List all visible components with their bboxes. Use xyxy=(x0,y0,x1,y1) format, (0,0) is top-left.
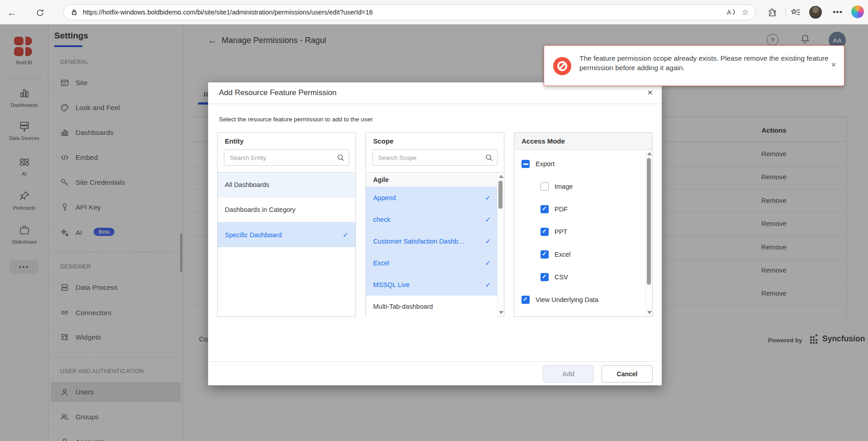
add-resource-feature-permission-dialog: Add Resource Feature Permission × Select… xyxy=(208,82,662,385)
toast-close-icon[interactable]: × xyxy=(831,60,836,70)
checked-checkbox[interactable] xyxy=(541,273,549,281)
scope-header-label: Scope xyxy=(373,137,394,145)
access-item-view-underlying-data[interactable]: View Underlying Data xyxy=(514,288,645,311)
check-icon: ✓ xyxy=(485,194,491,202)
scope-item-check[interactable]: check ✓ xyxy=(366,209,497,230)
extensions-puzzle-icon[interactable] xyxy=(766,6,778,19)
scope-item-mssql-live[interactable]: MSSQL Live ✓ xyxy=(366,274,497,296)
scope-item-multi-tab-dashboard[interactable]: Multi-Tab-dashboard xyxy=(366,296,497,317)
entity-header-label: Entity xyxy=(225,137,244,145)
search-icon xyxy=(337,153,345,162)
scope-panel: Scope Agile Append ✓ xyxy=(365,132,504,317)
entity-item-dashboards-in-category[interactable]: Dashboards in Category xyxy=(218,197,356,222)
check-icon: ✓ xyxy=(342,231,348,239)
check-icon: ✓ xyxy=(485,216,491,224)
access-item-image[interactable]: Image xyxy=(514,175,645,198)
dialog-footer: Add Cancel xyxy=(208,361,662,385)
lock-icon xyxy=(70,8,78,16)
favorite-star-icon[interactable]: ☆ xyxy=(742,7,749,17)
entity-item-all-dashboards[interactable]: All Dashboards xyxy=(218,173,356,197)
check-icon: ✓ xyxy=(485,259,491,267)
scope-scrollbar-thumb[interactable] xyxy=(498,181,503,209)
unchecked-checkbox[interactable] xyxy=(541,182,549,191)
scope-item-excel[interactable]: Excel ✓ xyxy=(366,252,497,274)
checked-checkbox[interactable] xyxy=(541,250,549,259)
read-aloud-icon[interactable]: A xyxy=(726,8,736,16)
toast-message: The feature permission scope already exi… xyxy=(579,53,829,72)
checked-checkbox[interactable] xyxy=(522,296,530,304)
dialog-subtitle: Select the resource feature permission t… xyxy=(219,116,373,123)
url-text: https://hotfix-windows.boldbidemo.com/bi… xyxy=(83,9,723,16)
svg-text:A: A xyxy=(727,9,731,16)
browser-menu-icon[interactable]: ••• xyxy=(831,6,844,19)
collections-favorites-icon[interactable] xyxy=(789,6,802,19)
access-mode-scrollbar[interactable] xyxy=(645,150,652,316)
access-mode-panel: Access Mode Export Image PDF PPT Excel xyxy=(514,132,653,317)
search-icon xyxy=(485,153,493,162)
scope-search xyxy=(372,149,498,166)
scope-search-input[interactable] xyxy=(372,149,498,166)
error-block-icon xyxy=(553,57,571,75)
indeterminate-checkbox[interactable] xyxy=(522,160,530,168)
app-viewport: Bold BI Dashboards Data Sources xyxy=(0,24,868,441)
dialog-title: Add Resource Feature Permission xyxy=(219,88,337,97)
browser-back-button[interactable]: ← xyxy=(5,6,18,19)
scope-panel-header: Scope xyxy=(366,133,504,173)
access-item-excel[interactable]: Excel xyxy=(514,243,645,266)
cancel-button[interactable]: Cancel xyxy=(602,365,653,383)
entity-item-specific-dashboard[interactable]: Specific Dashboard ✓ xyxy=(218,222,356,247)
entity-search xyxy=(224,149,349,166)
error-toast: The feature permission scope already exi… xyxy=(544,45,844,86)
browser-profile-avatar[interactable] xyxy=(809,6,822,19)
copilot-icon[interactable] xyxy=(851,5,864,18)
scope-group-header-agile: Agile xyxy=(366,173,497,187)
entity-panel: Entity All Dashboards Dashboards in Cate… xyxy=(217,132,356,317)
access-item-export[interactable]: Export xyxy=(514,153,645,175)
scroll-up-icon[interactable] xyxy=(647,152,652,155)
refresh-icon xyxy=(36,9,44,17)
scroll-down-icon[interactable] xyxy=(647,311,652,314)
entity-panel-header: Entity xyxy=(218,133,356,173)
scope-scrollbar[interactable] xyxy=(497,173,504,316)
address-bar[interactable]: https://hotfix-windows.boldbidemo.com/bi… xyxy=(63,4,756,20)
entity-search-input[interactable] xyxy=(224,149,349,166)
scroll-up-icon[interactable] xyxy=(499,175,503,178)
access-item-csv[interactable]: CSV xyxy=(514,266,645,288)
access-item-pdf[interactable]: PDF xyxy=(514,198,645,220)
scope-item-customer-satisfaction-dashboard[interactable]: Customer Satisfaction Dashb… ✓ xyxy=(366,230,497,252)
scope-item-append[interactable]: Append ✓ xyxy=(366,187,497,209)
dialog-close-icon[interactable]: × xyxy=(647,87,653,98)
check-icon: ✓ xyxy=(485,237,491,245)
check-icon: ✓ xyxy=(485,281,491,289)
scroll-down-icon[interactable] xyxy=(499,311,503,314)
browser-refresh-button[interactable] xyxy=(33,6,46,19)
checked-checkbox[interactable] xyxy=(541,228,549,236)
browser-chrome: ← https://hotfix-windows.boldbidemo.com/… xyxy=(0,0,868,24)
add-button[interactable]: Add xyxy=(543,365,594,383)
access-mode-header: Access Mode xyxy=(514,133,652,150)
toolbar-divider xyxy=(785,8,786,17)
access-item-ppt[interactable]: PPT xyxy=(514,220,645,243)
checked-checkbox[interactable] xyxy=(541,205,549,213)
access-mode-scrollbar-thumb[interactable] xyxy=(647,158,651,285)
